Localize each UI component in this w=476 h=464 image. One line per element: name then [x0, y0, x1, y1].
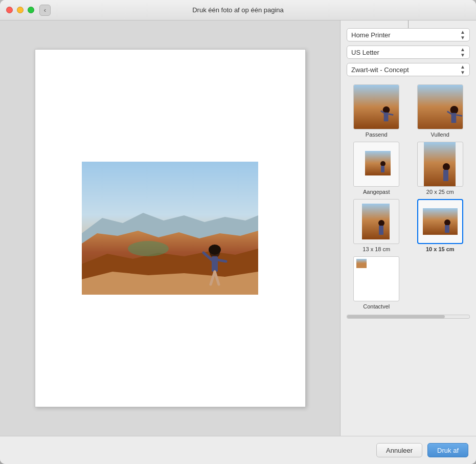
svg-point-12 [209, 245, 221, 255]
close-button[interactable] [6, 7, 13, 13]
preview-area [0, 20, 341, 436]
svg-rect-7 [212, 256, 218, 272]
svg-rect-26 [424, 142, 456, 187]
svg-point-33 [444, 219, 450, 226]
print-button[interactable]: Druk af [427, 443, 468, 457]
printer-dropdown[interactable]: Home Printer ▲ ▼ Home Printer PDF Other … [347, 28, 470, 41]
svg-line-11 [218, 260, 226, 261]
size-label-13x18: 13 x 18 cm [362, 246, 390, 252]
printer-dropdown-row: Home Printer ▲ ▼ Home Printer PDF Other … [347, 28, 470, 41]
size-thumb-contactvel [353, 256, 399, 301]
photo-preview [82, 162, 258, 295]
size-option-13x18[interactable]: 13 x 18 cm [347, 199, 406, 252]
svg-rect-31 [379, 226, 383, 235]
size-label-10x15: 10 x 15 cm [426, 246, 455, 252]
svg-rect-34 [445, 225, 449, 233]
scroll-track [347, 315, 445, 318]
svg-rect-25 [381, 166, 384, 172]
quality-dropdown-row: Zwart-wit - Concept ▲ ▼ Zwart-wit - Conc… [347, 63, 470, 76]
titlebar: ‹ Druk één foto af op één pagina [0, 0, 476, 20]
print-dialog-window: ‹ Druk één foto af op één pagina [0, 0, 476, 464]
size-option-20x25[interactable]: 20 x 25 cm [411, 142, 470, 195]
maximize-button[interactable] [28, 7, 34, 13]
back-button[interactable]: ‹ [39, 5, 51, 16]
size-thumb-20x25 [417, 142, 463, 187]
size-option-10x15[interactable]: 10 x 15 cm [411, 199, 470, 252]
svg-point-30 [378, 220, 384, 226]
svg-rect-28 [443, 170, 448, 181]
chevron-left-icon: ‹ [44, 6, 46, 14]
quality-dropdown[interactable]: Zwart-wit - Concept ▲ ▼ Zwart-wit - Conc… [347, 63, 470, 76]
size-label-aangepast: Aangepast [363, 189, 390, 195]
paper-size-dropdown[interactable]: US Letter ▲ ▼ US Letter A4 A5 [347, 46, 470, 59]
svg-line-22 [456, 115, 462, 116]
cancel-button[interactable]: Annuleer [376, 443, 422, 457]
size-thumb-passend [353, 84, 399, 129]
size-label-20x25: 20 x 25 cm [426, 189, 454, 195]
svg-point-24 [380, 161, 386, 166]
svg-point-27 [443, 163, 450, 170]
svg-rect-23 [365, 151, 391, 175]
size-thumb-vullend [417, 84, 463, 129]
bottom-bar: Annuleer Druk af [0, 436, 476, 464]
photo-background [82, 162, 258, 295]
svg-rect-29 [362, 204, 390, 239]
svg-rect-13 [354, 85, 399, 129]
main-content: Home Printer ▲ ▼ Home Printer PDF Other … [0, 20, 476, 436]
window-title: Druk één foto af op één pagina [192, 6, 284, 14]
minimize-button[interactable] [17, 7, 24, 13]
svg-point-4 [128, 241, 169, 256]
right-panel: Home Printer ▲ ▼ Home Printer PDF Other … [341, 20, 476, 436]
svg-line-17 [389, 114, 394, 115]
size-option-vullend[interactable]: Vullend [411, 84, 470, 138]
size-label-vullend: Vullend [431, 131, 449, 138]
size-option-contactvel[interactable]: Contactvel [347, 256, 406, 310]
size-thumb-13x18 [353, 199, 399, 244]
svg-point-19 [450, 106, 458, 114]
size-thumb-10x15 [417, 199, 463, 244]
size-option-passend[interactable]: Passend [347, 84, 406, 138]
scroll-indicator [347, 315, 470, 319]
paper-size-dropdown-row: US Letter ▲ ▼ US Letter A4 A5 [347, 46, 470, 59]
size-label-contactvel: Contactvel [363, 303, 390, 310]
photo-svg [82, 162, 258, 295]
svg-rect-32 [423, 208, 458, 235]
paper-preview [35, 49, 306, 407]
traffic-lights [6, 7, 34, 13]
size-option-aangepast[interactable]: Aangepast [347, 142, 406, 195]
size-thumb-aangepast [353, 142, 399, 187]
size-label-passend: Passend [366, 131, 388, 138]
svg-rect-35 [356, 259, 367, 268]
size-options-grid: Passend [347, 84, 470, 310]
